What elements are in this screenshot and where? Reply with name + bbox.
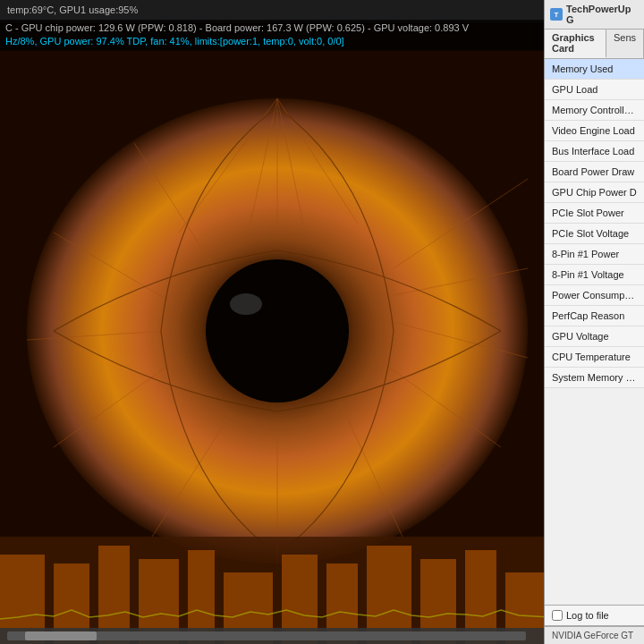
menu-item-14[interactable]: CPU Temperature [545, 347, 644, 368]
gpu-footer: NVIDIA GeForce GT [545, 626, 644, 644]
title-bar: temp:69°C, GPU1 usage:95% [0, 0, 550, 20]
techpowerup-icon: T [550, 8, 563, 21]
menu-item-6[interactable]: GPU Chip Power D [545, 182, 644, 203]
menu-item-4[interactable]: Bus Interface Load [545, 141, 644, 162]
side-panel: T TechPowerUp G Graphics Card Sens Memor… [544, 0, 644, 644]
menu-item-1[interactable]: GPU Load [545, 80, 644, 100]
menu-item-2[interactable]: Memory Controller L [545, 100, 644, 121]
tab-graphics-card[interactable]: Graphics Card [545, 30, 606, 58]
menu-item-13[interactable]: GPU Voltage [545, 326, 644, 347]
menu-item-15[interactable]: System Memory Us [545, 368, 644, 388]
scrollbar-track[interactable] [7, 631, 526, 640]
tab-sensors[interactable]: Sens [606, 30, 644, 58]
info-line2: Hz/8%, GPU power: 97.4% TDP, fan: 41%, l… [5, 35, 545, 48]
menu-item-9[interactable]: 8-Pin #1 Power [545, 244, 644, 265]
menu-item-11[interactable]: Power Consumption [545, 285, 644, 306]
svg-point-20 [230, 293, 262, 315]
menu-item-5[interactable]: Board Power Draw [545, 162, 644, 182]
menu-list: Memory UsedGPU LoadMemory Controller LVi… [545, 59, 644, 605]
svg-text:T: T [555, 11, 559, 19]
log-label: Log to file [566, 610, 609, 621]
log-checkbox[interactable] [552, 610, 563, 621]
log-to-file-row[interactable]: Log to file [545, 605, 644, 626]
menu-item-12[interactable]: PerfCap Reason [545, 306, 644, 326]
bottom-bar[interactable] [0, 628, 550, 644]
panel-header: T TechPowerUp G [545, 0, 644, 30]
scrollbar-thumb[interactable] [25, 631, 97, 640]
tabs-row: Graphics Card Sens [545, 30, 644, 59]
title-text: temp:69°C, GPU1 usage:95% [7, 4, 138, 15]
svg-point-19 [206, 259, 349, 402]
menu-item-3[interactable]: Video Engine Load [545, 121, 644, 141]
menu-item-8[interactable]: PCIe Slot Voltage [545, 224, 644, 244]
info-line1: C - GPU chip power: 129.6 W (PPW: 0.818)… [5, 21, 545, 35]
gpu-footer-text: NVIDIA GeForce GT [552, 631, 633, 640]
panel-header-text: TechPowerUp G [566, 4, 639, 25]
info-bar: C - GPU chip power: 129.6 W (PPW: 0.818)… [0, 20, 550, 51]
menu-item-10[interactable]: 8-Pin #1 Voltage [545, 265, 644, 285]
menu-item-7[interactable]: PCIe Slot Power [545, 203, 644, 224]
menu-item-0[interactable]: Memory Used [545, 59, 644, 80]
